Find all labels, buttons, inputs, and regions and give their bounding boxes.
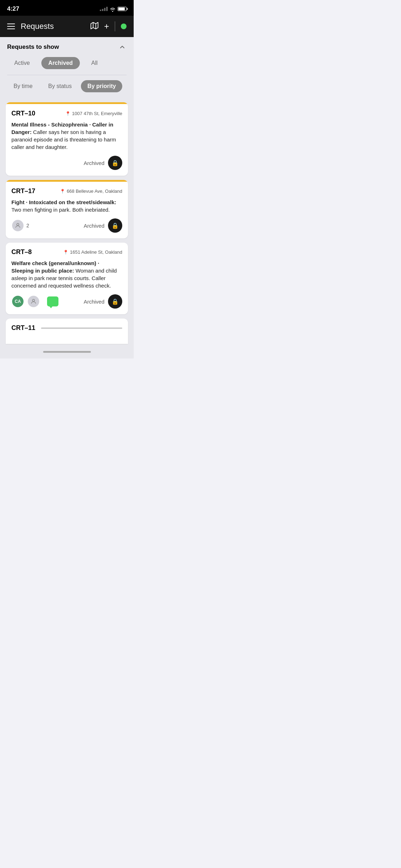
tab-archived[interactable]: Archived xyxy=(41,57,80,69)
card-status-area: Archived 🔒 xyxy=(84,218,122,233)
status-label: Archived xyxy=(84,299,104,305)
filter-tabs: Active Archived All xyxy=(7,57,127,75)
sort-tabs: By time By status By priority xyxy=(7,75,127,98)
card-location: 📍 1651 Adeline St, Oakland xyxy=(63,249,122,255)
card-header-row: CRT–8 📍 1651 Adeline St, Oakland xyxy=(11,248,122,256)
card-id: CRT–17 xyxy=(11,187,35,195)
avatar-count: 2 xyxy=(26,223,29,228)
status-label: Archived xyxy=(84,223,104,229)
status-time: 4:27 xyxy=(7,5,19,12)
location-pin-icon: 📍 xyxy=(65,111,71,116)
sort-by-status[interactable]: By status xyxy=(42,80,78,92)
request-card-crt11[interactable]: CRT–11 xyxy=(6,319,128,344)
card-header-row: CRT–10 📍 1007 47th St, Emeryville xyxy=(11,110,122,117)
lock-button[interactable]: 🔒 xyxy=(108,218,122,233)
home-indicator xyxy=(43,351,91,353)
card-footer: 2 Archived 🔒 xyxy=(11,218,122,233)
card-location: 📍 1007 47th St, Emeryville xyxy=(65,111,122,116)
avatar-ca: CA xyxy=(11,295,24,308)
cards-container: CRT–10 📍 1007 47th St, Emeryville Mental… xyxy=(0,98,134,348)
request-card-crt17[interactable]: CRT–17 📍 668 Bellevue Ave, Oakland Fight… xyxy=(6,180,128,238)
card-status-area: Archived 🔒 xyxy=(84,294,122,309)
map-icon[interactable] xyxy=(91,22,98,31)
filter-section: Requests to show Active Archived All By … xyxy=(0,37,134,98)
card-id: CRT–8 xyxy=(11,248,32,256)
battery-icon xyxy=(118,7,127,11)
avatar xyxy=(11,219,24,232)
svg-marker-0 xyxy=(91,22,98,29)
card-description: Fight · Intoxicated on the street/sidewa… xyxy=(11,198,122,213)
sort-by-priority[interactable]: By priority xyxy=(81,80,122,92)
header: Requests + xyxy=(0,16,134,37)
card-location: 📍 668 Bellevue Ave, Oakland xyxy=(60,188,122,194)
card-body: CRT–11 xyxy=(6,319,128,344)
card-id: CRT–10 xyxy=(11,110,35,117)
card-status-area: Archived 🔒 xyxy=(84,156,122,170)
location-pin-icon: 📍 xyxy=(63,250,68,255)
wifi-icon xyxy=(110,7,115,11)
card-header-row: CRT–11 xyxy=(11,324,122,332)
lock-icon: 🔒 xyxy=(112,222,119,229)
svg-point-4 xyxy=(32,299,35,301)
status-label: Archived xyxy=(84,160,104,166)
add-button[interactable]: + xyxy=(104,21,109,31)
request-card-crt10[interactable]: CRT–10 📍 1007 47th St, Emeryville Mental… xyxy=(6,102,128,176)
card-body: CRT–17 📍 668 Bellevue Ave, Oakland Fight… xyxy=(6,182,128,238)
filter-header: Requests to show xyxy=(7,43,127,57)
hamburger-menu-icon[interactable] xyxy=(7,24,15,29)
loading-bar xyxy=(41,327,122,329)
card-header-row: CRT–17 📍 668 Bellevue Ave, Oakland xyxy=(11,187,122,195)
signal-icon xyxy=(100,7,108,11)
sort-by-time[interactable]: By time xyxy=(7,80,39,92)
collapse-button[interactable] xyxy=(118,43,127,51)
request-card-crt8[interactable]: CRT–8 📍 1651 Adeline St, Oakland Welfare… xyxy=(6,243,128,314)
status-bar: 4:27 xyxy=(0,0,134,16)
tab-all[interactable]: All xyxy=(84,57,105,69)
card-footer: CA Archived 🔒 xyxy=(11,294,122,309)
chat-icon xyxy=(47,296,58,306)
lock-icon: 🔒 xyxy=(112,160,119,166)
lock-button[interactable]: 🔒 xyxy=(108,294,122,309)
lock-icon: 🔒 xyxy=(112,298,119,305)
card-body: CRT–10 📍 1007 47th St, Emeryville Mental… xyxy=(6,104,128,176)
online-status-indicator xyxy=(121,24,127,29)
location-pin-icon: 📍 xyxy=(60,189,65,194)
avatar-person xyxy=(27,295,40,308)
svg-point-3 xyxy=(17,223,19,226)
card-footer: Archived 🔒 xyxy=(11,156,122,170)
tab-active[interactable]: Active xyxy=(7,57,37,69)
home-indicator-area xyxy=(0,348,134,358)
card-avatars: 2 xyxy=(11,219,29,232)
lock-button[interactable]: 🔒 xyxy=(108,156,122,170)
header-actions: + xyxy=(91,21,127,31)
card-description: Welfare check (general/unknown) · Sleepi… xyxy=(11,259,122,289)
page-title: Requests xyxy=(21,22,85,31)
card-id: CRT–11 xyxy=(11,324,35,332)
status-icons xyxy=(100,7,127,11)
card-body: CRT–8 📍 1651 Adeline St, Oakland Welfare… xyxy=(6,243,128,314)
filter-section-title: Requests to show xyxy=(7,43,59,51)
card-avatars: CA xyxy=(11,295,61,308)
header-divider xyxy=(115,21,115,31)
card-description: Mental Illness - Schizophrenia · Caller … xyxy=(11,121,122,151)
